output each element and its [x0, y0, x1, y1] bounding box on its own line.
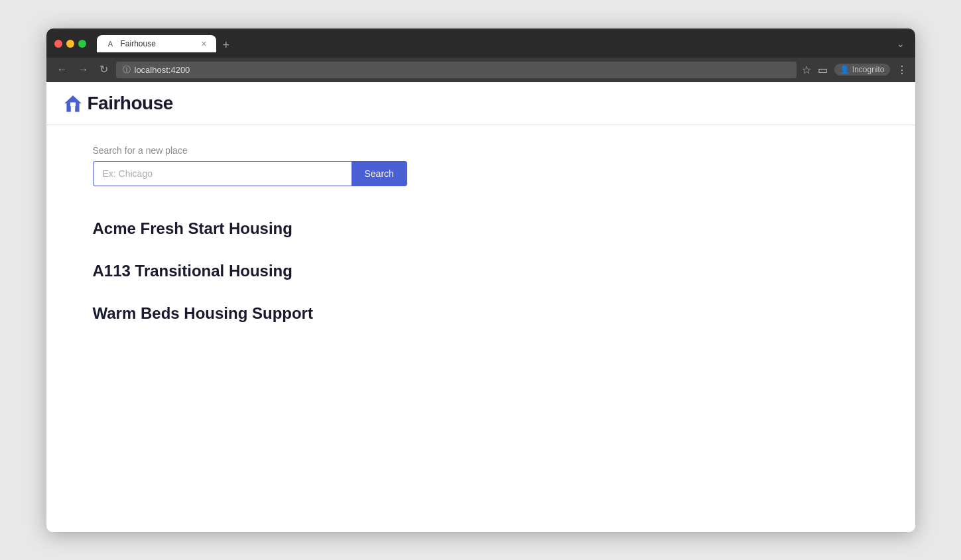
tab-close-icon[interactable]: × [201, 39, 206, 48]
list-item: A113 Transitional Housing [93, 250, 869, 292]
traffic-lights [54, 40, 86, 48]
address-bar-row: ← → ↻ ⓘ localhost:4200 ☆ ▭ 👤 Incognito ⋮ [46, 58, 915, 82]
menu-icon[interactable]: ⋮ [897, 64, 907, 76]
search-row: Search [93, 161, 869, 186]
browser-chrome: A Fairhouse × + ⌄ [46, 28, 915, 58]
app-name: Fairhouse [88, 93, 173, 114]
search-input[interactable] [93, 161, 352, 186]
browser-window: A Fairhouse × + ⌄ ← → ↻ ⓘ localhost:4200… [46, 28, 915, 532]
page-content: Fairhouse Search for a new place Search … [46, 82, 915, 532]
housing-item-name: Warm Beds Housing Support [93, 304, 313, 322]
app-logo: Fairhouse [62, 93, 173, 114]
tab-favicon-icon: A [106, 39, 115, 48]
active-tab[interactable]: A Fairhouse × [97, 35, 216, 52]
housing-list: Acme Fresh Start Housing A113 Transition… [93, 207, 869, 335]
search-section: Search for a new place Search [93, 145, 869, 186]
forward-button[interactable]: → [76, 63, 92, 76]
tab-title: Fairhouse [121, 39, 196, 48]
housing-item-name: Acme Fresh Start Housing [93, 219, 292, 237]
incognito-icon: 👤 [840, 65, 850, 74]
new-tab-button[interactable]: + [219, 38, 234, 52]
tab-bar: A Fairhouse × + [97, 35, 891, 52]
maximize-button[interactable] [78, 40, 86, 48]
app-header: Fairhouse [46, 82, 915, 125]
lock-icon: ⓘ [123, 64, 131, 76]
list-item: Warm Beds Housing Support [93, 292, 869, 335]
minimize-button[interactable] [66, 40, 74, 48]
incognito-badge: 👤 Incognito [834, 64, 890, 76]
search-button[interactable]: Search [352, 161, 407, 186]
search-label: Search for a new place [93, 145, 869, 156]
address-text: localhost:4200 [135, 65, 190, 75]
reload-button[interactable]: ↻ [97, 63, 111, 76]
toolbar-right: ☆ ▭ 👤 Incognito ⋮ [802, 64, 907, 76]
close-button[interactable] [54, 40, 62, 48]
house-icon [62, 93, 84, 114]
address-bar[interactable]: ⓘ localhost:4200 [116, 62, 797, 78]
incognito-label: Incognito [852, 65, 885, 74]
main-content: Search for a new place Search Acme Fresh… [46, 125, 915, 355]
svg-rect-1 [70, 102, 76, 106]
bookmark-icon[interactable]: ☆ [802, 64, 811, 76]
housing-item-name: A113 Transitional Housing [93, 262, 292, 280]
tab-strip-icon[interactable]: ▭ [818, 64, 828, 76]
tab-chevron-icon: ⌄ [897, 38, 907, 49]
list-item: Acme Fresh Start Housing [93, 207, 869, 250]
back-button[interactable]: ← [54, 63, 70, 76]
